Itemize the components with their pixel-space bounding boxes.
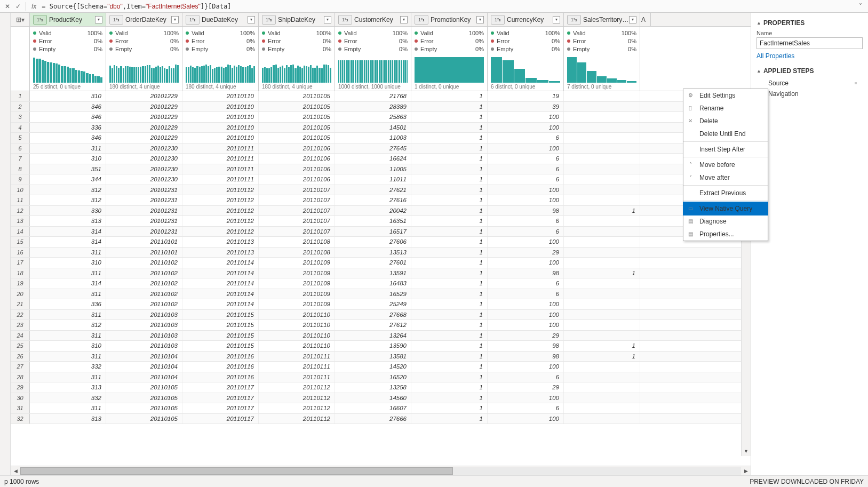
table-row[interactable]: 53462010122920110110201101051100316 xyxy=(11,133,751,143)
table-row[interactable]: 12330201012312011011220110107200421981 xyxy=(11,206,751,217)
cell[interactable] xyxy=(564,164,640,174)
cell[interactable]: 14520 xyxy=(335,362,411,372)
cell[interactable]: 20110116 xyxy=(182,372,259,382)
cell[interactable] xyxy=(564,403,640,413)
cell[interactable]: 20110107 xyxy=(259,185,335,195)
cell[interactable]: 98 xyxy=(488,268,564,278)
cell[interactable]: 20110103 xyxy=(106,310,182,320)
cancel-icon[interactable]: ✕ xyxy=(2,1,13,12)
cell[interactable]: 13513 xyxy=(335,248,411,258)
cell[interactable] xyxy=(564,382,640,393)
cell[interactable]: 6 xyxy=(488,174,564,185)
cell[interactable]: 20110108 xyxy=(259,237,335,247)
cell[interactable]: 346 xyxy=(30,133,106,143)
filter-dropdown-icon[interactable]: ▾ xyxy=(248,16,255,23)
cell[interactable] xyxy=(564,102,640,112)
datatype-icon[interactable]: 1²₃ xyxy=(338,15,352,25)
cell[interactable]: 6 xyxy=(488,133,564,143)
cell[interactable]: 100 xyxy=(488,195,564,205)
table-row[interactable]: 283112011010420110116201101111652016 xyxy=(11,372,751,383)
table-row[interactable]: 15314201101012011011320110108276061100 xyxy=(11,237,751,248)
cell[interactable]: 1 xyxy=(411,278,488,289)
cell[interactable]: 20110104 xyxy=(106,352,182,362)
cell[interactable]: 13258 xyxy=(335,382,411,393)
cell[interactable]: 20110106 xyxy=(259,154,335,164)
cell[interactable]: 312 xyxy=(30,185,106,195)
scroll-left-icon[interactable]: ◀ xyxy=(12,467,19,475)
cell[interactable]: 20110111 xyxy=(259,362,335,372)
formula-input[interactable]: = Source{[Schema="dbo",Item="FactInterne… xyxy=(39,3,855,10)
cell[interactable]: 14560 xyxy=(335,393,411,403)
cell[interactable]: 20110106 xyxy=(259,143,335,154)
cell[interactable]: 20110112 xyxy=(182,227,259,237)
cell[interactable]: 20110114 xyxy=(182,268,259,278)
cell[interactable]: 1 xyxy=(411,164,488,174)
cell[interactable]: 20110111 xyxy=(182,154,259,164)
cell[interactable]: 20110114 xyxy=(182,299,259,309)
commit-icon[interactable]: ✓ xyxy=(13,1,23,12)
cell[interactable]: 332 xyxy=(30,362,106,372)
cell[interactable]: 20110115 xyxy=(182,320,259,330)
table-row[interactable]: 203112011010220110114201101091652916 xyxy=(11,289,751,300)
cell[interactable]: 20110112 xyxy=(259,403,335,413)
cell[interactable]: 311 xyxy=(30,268,106,278)
table-row[interactable]: 27332201101042011011620110111145201100 xyxy=(11,362,751,372)
cell[interactable]: 20101231 xyxy=(106,195,182,205)
cell[interactable]: 20110105 xyxy=(259,123,335,133)
cell[interactable]: 20110105 xyxy=(106,393,182,403)
cell[interactable]: 20110117 xyxy=(182,403,259,413)
cell[interactable] xyxy=(564,258,640,268)
cell[interactable]: 313 xyxy=(30,216,106,226)
cell[interactable]: 20110116 xyxy=(182,362,259,372)
cell[interactable]: 20101229 xyxy=(106,123,182,133)
properties-header[interactable]: ▲PROPERTIES xyxy=(756,19,863,27)
cell[interactable]: 100 xyxy=(488,320,564,330)
cell[interactable]: 100 xyxy=(488,237,564,247)
cell[interactable]: 20110110 xyxy=(182,112,259,122)
scroll-right-icon[interactable]: ▶ xyxy=(742,467,750,475)
cell[interactable]: 20110115 xyxy=(182,310,259,320)
cell[interactable]: 29 xyxy=(488,382,564,393)
cell[interactable]: 20101231 xyxy=(106,206,182,216)
cell[interactable]: 20101229 xyxy=(106,91,182,101)
cell[interactable] xyxy=(564,248,640,258)
cell[interactable]: 20110105 xyxy=(106,382,182,393)
cell[interactable]: 39 xyxy=(488,102,564,112)
cell[interactable]: 20110101 xyxy=(106,248,182,258)
cell[interactable]: 6 xyxy=(488,278,564,289)
cell[interactable]: 20042 xyxy=(335,206,411,216)
cell[interactable]: 25863 xyxy=(335,112,411,122)
table-row[interactable]: 93442010123020110111201101061101116 xyxy=(11,174,751,185)
cell[interactable]: 20110115 xyxy=(182,341,259,351)
cell[interactable]: 20110117 xyxy=(182,393,259,403)
cell[interactable]: 311 xyxy=(30,248,106,258)
cell[interactable]: 314 xyxy=(30,237,106,247)
all-properties-link[interactable]: All Properties xyxy=(756,52,863,60)
table-row[interactable]: 25310201101032011011520110110135901981 xyxy=(11,341,751,352)
cell[interactable]: 27666 xyxy=(335,414,411,424)
cell[interactable]: 20110103 xyxy=(106,341,182,351)
cell[interactable]: 20110111 xyxy=(182,164,259,174)
cell[interactable]: 20110111 xyxy=(259,372,335,382)
cell[interactable]: 20110110 xyxy=(259,341,335,351)
cell[interactable]: 20110112 xyxy=(182,195,259,205)
cell[interactable]: 20110114 xyxy=(182,289,259,299)
cell[interactable] xyxy=(564,216,640,226)
horizontal-scrollbar[interactable]: ◀ ▶ xyxy=(11,466,751,475)
table-row[interactable]: 26311201101042011011620110111135811981 xyxy=(11,352,751,362)
table-row[interactable]: 18311201101022011011420110109135911981 xyxy=(11,268,751,279)
cell[interactable]: 16624 xyxy=(335,154,411,164)
cell[interactable]: 20101229 xyxy=(106,102,182,112)
cell[interactable]: 20110111 xyxy=(182,174,259,185)
cell[interactable] xyxy=(564,123,640,133)
cell[interactable]: 20110102 xyxy=(106,299,182,309)
cell[interactable]: 20101230 xyxy=(106,143,182,154)
cell[interactable] xyxy=(564,331,640,341)
datatype-icon[interactable]: 1²₃ xyxy=(491,15,505,25)
cell[interactable]: 1 xyxy=(411,123,488,133)
column-header-PromotionKey[interactable]: 1²₃ PromotionKey ▾ xyxy=(411,13,488,26)
cell[interactable]: 1 xyxy=(411,133,488,143)
cell[interactable]: 20110107 xyxy=(259,206,335,216)
cell[interactable]: 27616 xyxy=(335,195,411,205)
cell[interactable]: 311 xyxy=(30,289,106,299)
